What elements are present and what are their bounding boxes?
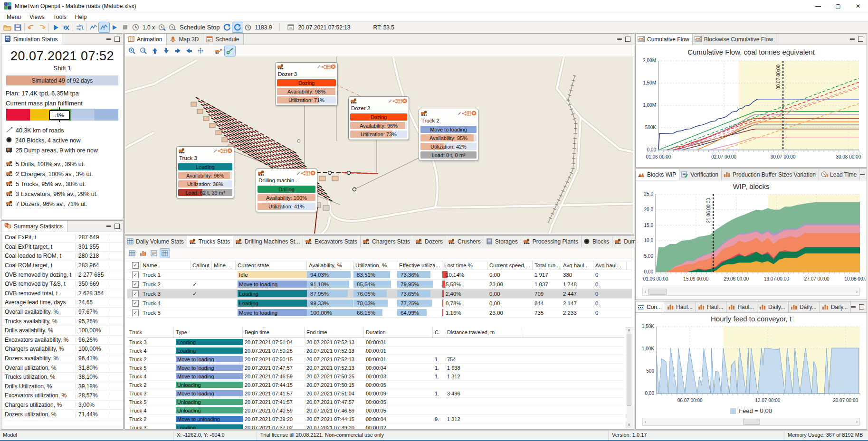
menu-help[interactable]: Help: [71, 13, 91, 21]
column-header-callout[interactable]: Callout: [191, 261, 212, 270]
tab-production-buffer-sizes-variation[interactable]: Production Buffer Sizes Variation: [722, 169, 819, 180]
share-icon[interactable]: [218, 148, 222, 155]
tab-haul[interactable]: Haul...: [726, 301, 757, 312]
event-row[interactable]: Truck 4Move to loading20.07.2021 07:46:5…: [127, 372, 624, 381]
pin-icon[interactable]: [213, 148, 218, 155]
tab-daily[interactable]: Daily...: [820, 301, 851, 312]
panel-minimize-icon[interactable]: [617, 37, 622, 40]
column-header-current-state[interactable]: Current state: [236, 261, 307, 270]
feed-hscrollbar[interactable]: ‹ ›: [642, 418, 860, 426]
faster-icon[interactable]: [167, 22, 178, 32]
tab-daily-volume-stats[interactable]: Daily Volume Stats: [125, 236, 187, 247]
grid-icon[interactable]: [326, 64, 331, 71]
close-icon[interactable]: [471, 111, 477, 117]
truck-row-truck-4[interactable]: ✓Truck 4Loading99,33%78,03%77,25%0,78%0,…: [127, 299, 632, 308]
tab-cumulative-flow[interactable]: Cumulative Flow: [636, 34, 693, 45]
clock-icon[interactable]: [243, 22, 253, 32]
stop-icon[interactable]: [120, 22, 130, 32]
share-icon[interactable]: [321, 64, 326, 71]
events-vscroll-thumb[interactable]: [627, 334, 631, 406]
report-view-icon[interactable]: [149, 249, 159, 258]
callout-dozer-3[interactable]: Dozer 3DozingAvailability: 98%Utilizatio…: [275, 62, 338, 106]
tab-storages[interactable]: Storages: [484, 236, 521, 247]
row-checkbox[interactable]: ✓: [132, 310, 139, 316]
pan-right-icon[interactable]: [172, 46, 183, 56]
speed-clock-icon[interactable]: [130, 22, 141, 32]
event-row[interactable]: Truck 2Move to loading20.07.2021 07:50:1…: [127, 355, 624, 364]
tab-trucks-stats[interactable]: Trucks Stats: [187, 236, 233, 247]
open-folder-icon[interactable]: [2, 22, 12, 32]
tab-verification[interactable]: Verification: [679, 169, 722, 180]
tab-animation[interactable]: Animation: [125, 34, 167, 45]
column-header-total-run[interactable]: Total run...: [533, 261, 561, 270]
column-header-type[interactable]: Type: [174, 327, 243, 338]
tab-blocks[interactable]: Blocks: [582, 236, 612, 247]
column-header-effective-utiliza[interactable]: Effective utiliza...: [397, 261, 442, 270]
run-icon[interactable]: [50, 22, 61, 32]
zoom-out-icon[interactable]: [138, 46, 149, 56]
column-header-distance-traveled-m[interactable]: Distance traveled, m: [445, 327, 521, 338]
column-header-mine[interactable]: Mine ...: [212, 261, 236, 270]
column-header-c[interactable]: C.: [433, 327, 445, 338]
panel-minimize-icon[interactable]: [851, 305, 856, 308]
header-checkbox[interactable]: ✓: [132, 262, 139, 269]
panel-maximize-icon[interactable]: [114, 224, 120, 229]
column-header-utilization[interactable]: Utilization, %: [353, 261, 397, 270]
event-row[interactable]: Truck 3Loading20.07.2021 07:37:0220.07.2…: [127, 423, 624, 429]
pin-icon[interactable]: [316, 64, 321, 71]
line-chart-active-icon[interactable]: [99, 22, 109, 32]
panel-maximize-icon[interactable]: [858, 37, 863, 42]
move-icon[interactable]: [195, 46, 206, 56]
minimize-button[interactable]: —: [808, 0, 828, 12]
column-header-avg-haul[interactable]: Avg haul...: [593, 261, 627, 270]
grid-icon[interactable]: [467, 111, 471, 117]
truck-row-truck-2[interactable]: ✓Truck 2✓Move to loading91,18%85,54%79,9…: [127, 280, 632, 289]
redo-icon[interactable]: [37, 22, 47, 32]
wip-hscrollbar[interactable]: ‹ ›: [642, 288, 860, 296]
tab-blocks-wip[interactable]: Blocks WIP: [636, 169, 679, 180]
column-header-availability[interactable]: Availability, %: [307, 261, 353, 270]
table-view-icon[interactable]: [127, 249, 137, 258]
tab-dozers[interactable]: Dozers: [413, 236, 446, 247]
pan-left-icon[interactable]: [184, 46, 194, 56]
column-header-avg-haul[interactable]: Avg haul...: [561, 261, 593, 270]
grid-icon[interactable]: [222, 148, 227, 155]
line-chart-icon[interactable]: [88, 22, 99, 32]
tab-crushers[interactable]: Crushers: [446, 236, 484, 247]
event-row[interactable]: Truck 5Move to loading20.07.2021 07:47:5…: [127, 364, 624, 372]
simulation-status-tab[interactable]: Simulation Status: [1, 34, 62, 45]
grid-view-active-icon[interactable]: [160, 249, 170, 258]
tab-schedule[interactable]: Schedule: [203, 34, 244, 45]
tab-chargers-stats[interactable]: Chargers Stats: [361, 236, 413, 247]
panel-maximize-icon[interactable]: [859, 304, 864, 310]
calendar-icon[interactable]: [286, 22, 296, 32]
bar-view-icon[interactable]: [138, 249, 148, 258]
events-vscrollbar[interactable]: ∧ ∨: [626, 327, 632, 428]
tab-blockwise-cumulative-flow[interactable]: Blockwise Cumulative Flow: [693, 34, 776, 45]
undo-icon[interactable]: [26, 22, 37, 32]
truck-row-truck-3[interactable]: ✓Truck 3✓Loading87,95%76,05%73,65%2,40%0…: [127, 289, 632, 299]
share-icon[interactable]: [462, 111, 467, 117]
grid-icon[interactable]: [305, 170, 310, 177]
chart-icon[interactable]: [61, 22, 71, 32]
truck-row-truck-5[interactable]: ✓Truck 5Move to loading100,00%66,15%64,9…: [127, 308, 632, 318]
step-icon[interactable]: [109, 22, 120, 32]
pan-down-icon[interactable]: [161, 46, 172, 56]
event-row[interactable]: Truck 5Unloading20.07.2021 07:41:5720.07…: [127, 398, 624, 406]
tab-drilling-machines-st[interactable]: Drilling Machines St...: [233, 236, 303, 247]
callout-dozer-2[interactable]: Dozer 2DozingAvailability: 96%Utilizatio…: [348, 96, 409, 140]
event-row[interactable]: Truck 4Unloading20.07.2021 07:40:5920.07…: [127, 406, 624, 415]
column-header-current-speed[interactable]: Current speed,...: [487, 261, 533, 270]
refresh-active-icon[interactable]: [232, 22, 243, 32]
summary-statistics-tab[interactable]: Summary Statistics: [1, 221, 67, 232]
row-checkbox[interactable]: ✓: [132, 300, 139, 307]
close-icon[interactable]: [310, 170, 315, 177]
panel-minimize-icon[interactable]: [106, 37, 111, 40]
column-header-check[interactable]: ✓: [127, 261, 141, 270]
tab-haul[interactable]: Haul...: [696, 301, 727, 312]
event-row[interactable]: Truck 2Move to unloading20.07.2021 07:39…: [127, 415, 624, 423]
map-canvas[interactable]: Dozer 3DozingAvailability: 98%Utilizatio…: [125, 56, 633, 234]
pin-icon[interactable]: [457, 111, 462, 117]
tab-haul[interactable]: Haul...: [665, 301, 696, 312]
wip-hscroll-thumb[interactable]: [648, 289, 667, 295]
